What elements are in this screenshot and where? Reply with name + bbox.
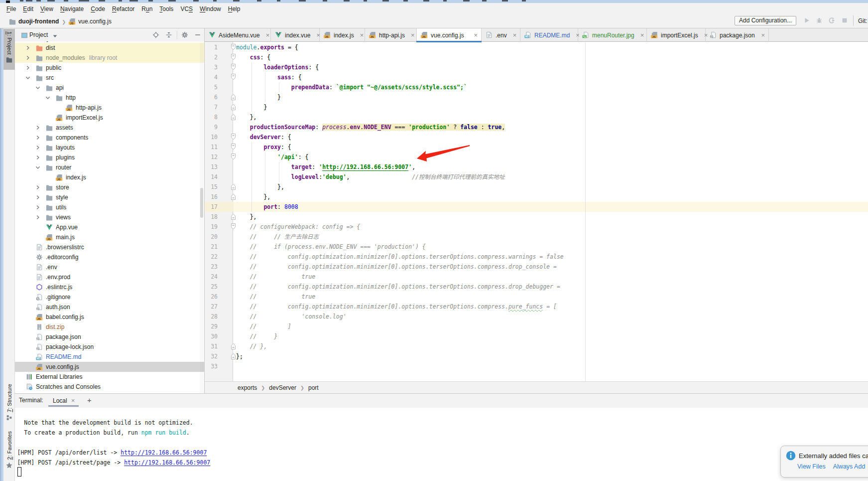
git-branch-label[interactable]: Git:: [858, 17, 868, 24]
menu-edit[interactable]: Edit: [19, 4, 37, 14]
close-icon[interactable]: ×: [411, 31, 415, 39]
tree-item-babel.config.js[interactable]: JSbabel.config.js: [15, 312, 204, 322]
tree-item-readme.md[interactable]: MDREADME.md: [15, 352, 204, 362]
fold-end-marker[interactable]: [231, 103, 236, 111]
chevron-right-icon[interactable]: [25, 55, 31, 61]
tree-item-store[interactable]: store: [15, 182, 204, 192]
run-icon[interactable]: [803, 17, 811, 25]
tree-item-importexcel.js[interactable]: JSimportExcel.js: [15, 113, 204, 123]
terminal-link[interactable]: http://192.168.66.56:9007: [124, 459, 210, 466]
chevron-right-icon[interactable]: [35, 145, 41, 151]
tree-scrollbar-thumb[interactable]: [200, 188, 203, 218]
editor-breadcrumb-port[interactable]: port: [308, 384, 319, 391]
tree-item-utils[interactable]: utils: [15, 202, 204, 212]
chevron-down-icon[interactable]: [52, 33, 58, 41]
tree-item-http-api.js[interactable]: JShttp-api.js: [15, 103, 204, 113]
editor-breadcrumb-exports[interactable]: exports: [238, 384, 257, 391]
tree-item-scratches-and-consoles[interactable]: Scratches and Consoles: [15, 382, 204, 392]
fold-start-marker[interactable]: [231, 153, 236, 160]
tree-item-api[interactable]: api: [15, 83, 204, 93]
menu-navigate[interactable]: Navigate: [57, 4, 87, 14]
editor-tab-asidemenu.vue[interactable]: AsideMenu.vue×: [205, 28, 271, 42]
tree-item-vue.config.js[interactable]: JSvue.config.js: [15, 362, 204, 372]
tree-item-dist.zip[interactable]: dist.zip: [15, 322, 204, 332]
terminal-tab-local[interactable]: Local×: [48, 394, 79, 407]
editor-breadcrumb-devServer[interactable]: devServer: [269, 384, 296, 391]
chevron-right-icon[interactable]: [25, 65, 31, 71]
tree-item-.eslintrc.js[interactable]: .eslintrc.js: [15, 282, 204, 292]
menu-tools[interactable]: Tools: [156, 4, 177, 14]
tree-item-auth.json[interactable]: auth.json: [15, 302, 204, 312]
chevron-right-icon[interactable]: [35, 214, 41, 220]
editor-tab-readme.md[interactable]: MDREADME.md×: [520, 28, 578, 42]
editor-tab-http-api.js[interactable]: JShttp-api.js×: [365, 28, 417, 42]
tree-item-src[interactable]: src: [15, 73, 204, 83]
notification-action-always-add[interactable]: Always Add: [833, 463, 866, 470]
chevron-down-icon[interactable]: [35, 85, 41, 91]
tree-item-app.vue[interactable]: App.vue: [15, 222, 204, 232]
tree-item-package.json[interactable]: package.json: [15, 332, 204, 342]
menu-code[interactable]: Code: [87, 4, 109, 14]
terminal-link[interactable]: http://192.168.66.56:9007: [121, 449, 207, 456]
coverage-icon[interactable]: [828, 17, 836, 25]
fold-start-marker[interactable]: [231, 133, 236, 141]
tree-item-style[interactable]: style: [15, 192, 204, 202]
tree-item-dist[interactable]: dist: [15, 43, 204, 53]
notification-action-view-files[interactable]: View Files: [797, 463, 826, 470]
editor-tab-importexcel.js[interactable]: JSimportExcel.js×: [647, 28, 706, 42]
add-configuration-button[interactable]: Add Configuration...: [735, 16, 796, 25]
close-icon[interactable]: ×: [474, 31, 478, 39]
chevron-down-icon[interactable]: [35, 164, 41, 170]
tree-item-http[interactable]: http: [15, 93, 204, 103]
debug-icon[interactable]: [816, 17, 824, 25]
close-icon[interactable]: ×: [640, 31, 644, 39]
menu-help[interactable]: Help: [225, 4, 244, 14]
fold-end-marker[interactable]: [231, 193, 236, 200]
tree-item-public[interactable]: public: [15, 63, 204, 73]
stripe-button-project[interactable]: 1: Project: [3, 29, 15, 70]
tree-item-plugins[interactable]: plugins: [15, 153, 204, 162]
tree-item-assets[interactable]: assets: [15, 123, 204, 133]
tree-item-node_modules[interactable]: node_moduleslibrary root: [15, 53, 204, 63]
tree-item-.gitignore[interactable]: .gitignore: [15, 292, 204, 302]
fold-start-marker[interactable]: [231, 53, 236, 61]
fold-start-marker[interactable]: [231, 143, 236, 151]
stop-icon[interactable]: [841, 17, 849, 25]
editor-tab-package.json[interactable]: package.json×: [706, 28, 769, 42]
fold-end-marker[interactable]: [231, 183, 236, 190]
code-editor[interactable]: module.exports = { css: { loaderOptions:…: [236, 42, 564, 371]
tree-item-views[interactable]: views: [15, 212, 204, 222]
tree-item-external-libraries[interactable]: External Libraries: [15, 372, 204, 382]
close-icon[interactable]: ×: [360, 31, 364, 39]
tree-item-components[interactable]: components: [15, 133, 204, 143]
fold-end-marker[interactable]: [231, 342, 236, 350]
close-icon[interactable]: ×: [266, 31, 270, 39]
breadcrumb-item[interactable]: duoji-frontend: [9, 18, 59, 25]
menu-view[interactable]: View: [37, 4, 57, 14]
menu-refactor[interactable]: Refactor: [109, 4, 138, 14]
editor-tab-.env[interactable]: .env×: [482, 28, 520, 42]
hide-panel-icon[interactable]: [194, 31, 202, 39]
chevron-right-icon[interactable]: [35, 184, 41, 190]
project-panel-title[interactable]: Project: [29, 31, 48, 38]
gear-icon[interactable]: [181, 31, 189, 39]
fold-end-marker[interactable]: [231, 213, 236, 220]
locate-file-icon[interactable]: [152, 31, 160, 39]
chevron-down-icon[interactable]: [25, 75, 31, 81]
chevron-right-icon[interactable]: [35, 155, 41, 160]
close-icon[interactable]: ×: [761, 31, 765, 39]
menu-window[interactable]: Window: [196, 4, 225, 14]
chevron-right-icon[interactable]: [35, 194, 41, 200]
tree-item-layouts[interactable]: layouts: [15, 143, 204, 153]
fold-start-marker[interactable]: [231, 63, 236, 71]
chevron-right-icon[interactable]: [35, 135, 41, 141]
menu-vcs[interactable]: VCS: [177, 4, 196, 14]
chevron-down-icon[interactable]: [45, 95, 51, 101]
stripe-button-favorites[interactable]: 2: Favorites: [3, 429, 15, 474]
menu-run[interactable]: Run: [138, 4, 156, 14]
chevron-right-icon[interactable]: [35, 204, 41, 210]
editor-tab-vue.config.js[interactable]: JSvue.config.js×: [417, 28, 482, 42]
tree-item-package-lock.json[interactable]: package-lock.json: [15, 342, 204, 352]
editor-tab-index.vue[interactable]: index.vue×: [271, 28, 320, 42]
close-icon[interactable]: ×: [513, 31, 517, 39]
